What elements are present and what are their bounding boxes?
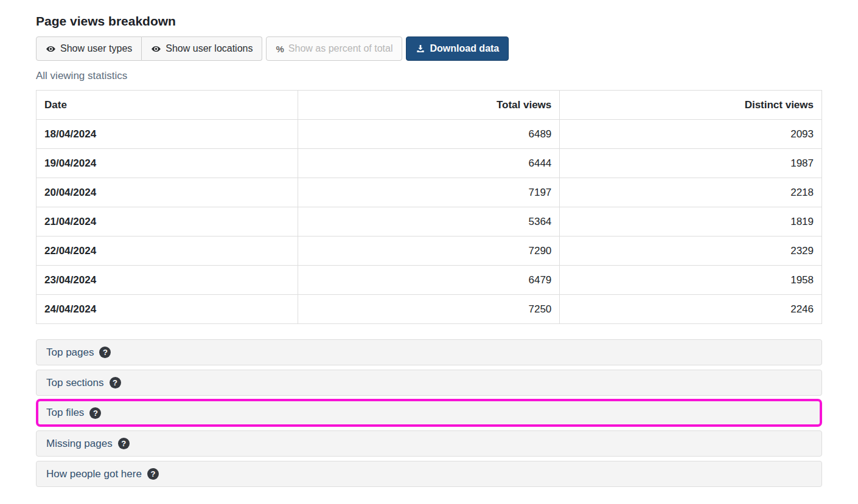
cell-distinct-views: 1987 [560,149,822,178]
accordion-item-label: How people got here [46,468,142,480]
cell-total-views: 7197 [298,178,560,207]
show-as-percent-button[interactable]: % Show as percent of total [266,36,402,61]
cell-distinct-views: 2218 [560,178,822,207]
table-row: 22/04/202472902329 [37,236,822,266]
cell-total-views: 6489 [298,120,560,149]
question-icon: ? [147,468,159,480]
show-options-button-group: Show user types Show user locations [36,36,262,61]
download-icon [416,44,425,54]
cell-date: 18/04/2024 [37,120,298,149]
table-row: 21/04/202453641819 [37,207,822,236]
cell-date: 23/04/2024 [37,266,298,295]
cell-total-views: 7250 [298,295,560,324]
accordion-item-how-people-got-here[interactable]: How people got here? [36,461,822,487]
accordion-item-label: Missing pages [46,438,113,450]
table-row: 24/04/202472502246 [37,295,822,324]
page-views-breakdown-page: Page views breakdown Show user types Sho… [0,0,858,487]
accordion-item-missing-pages[interactable]: Missing pages? [36,430,822,457]
question-icon: ? [89,407,101,419]
percent-icon: % [276,44,284,54]
section-subtitle: All viewing statistics [36,70,822,82]
show-as-percent-label: Show as percent of total [288,43,393,54]
show-user-locations-label: Show user locations [166,43,253,54]
cell-date: 22/04/2024 [37,236,298,266]
question-icon: ? [99,347,111,358]
cell-total-views: 6444 [298,149,560,178]
report-accordion: Top pages?Top sections?Top files?Missing… [36,339,822,487]
cell-date: 21/04/2024 [37,207,298,236]
table-row: 20/04/202471972218 [37,178,822,207]
accordion-item-label: Top files [46,407,84,419]
viewing-statistics-table: Date Total views Distinct views 18/04/20… [36,90,822,324]
accordion-item-label: Top pages [46,347,94,359]
cell-date: 19/04/2024 [37,149,298,178]
toolbar: Show user types Show user locations % Sh… [36,36,822,61]
show-user-locations-button[interactable]: Show user locations [142,36,262,61]
column-header-total-views: Total views [298,91,560,120]
download-data-label: Download data [430,43,499,54]
cell-distinct-views: 2093 [560,120,822,149]
cell-total-views: 7290 [298,236,560,266]
cell-distinct-views: 2246 [560,295,822,324]
column-header-date: Date [37,91,298,120]
page-title: Page views breakdown [36,14,822,29]
show-user-types-label: Show user types [60,43,132,54]
cell-distinct-views: 1958 [560,266,822,295]
table-row: 23/04/202464791958 [37,266,822,295]
cell-date: 20/04/2024 [37,178,298,207]
show-user-types-button[interactable]: Show user types [36,36,142,61]
table-row: 18/04/202464892093 [37,120,822,149]
cell-date: 24/04/2024 [37,295,298,324]
accordion-item-top-pages[interactable]: Top pages? [36,339,822,365]
table-header-row: Date Total views Distinct views [37,91,822,120]
accordion-item-label: Top sections [46,377,104,389]
accordion-item-top-sections[interactable]: Top sections? [36,370,822,396]
cell-distinct-views: 2329 [560,236,822,266]
download-data-button[interactable]: Download data [406,36,509,61]
cell-total-views: 5364 [298,207,560,236]
cell-distinct-views: 1819 [560,207,822,236]
question-icon: ? [110,377,121,388]
eye-icon [46,44,56,54]
table-row: 19/04/202464441987 [37,149,822,178]
cell-total-views: 6479 [298,266,560,295]
column-header-distinct-views: Distinct views [560,91,822,120]
question-icon: ? [118,438,130,449]
eye-icon [151,44,161,54]
accordion-item-top-files[interactable]: Top files? [36,399,822,427]
